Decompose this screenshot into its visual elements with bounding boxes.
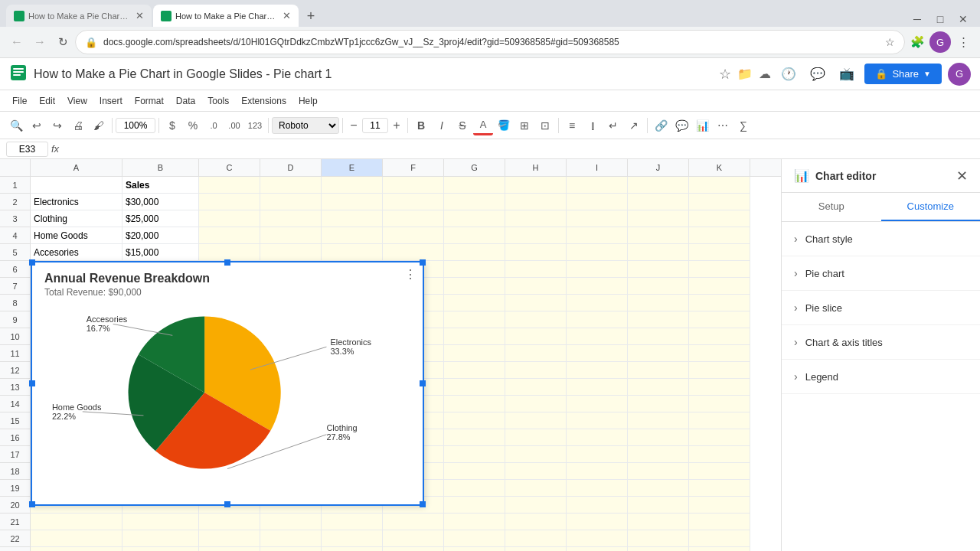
cell-J4[interactable]	[628, 227, 689, 244]
cell-C23[interactable]	[199, 547, 260, 551]
history-icon[interactable]: 🕐	[777, 63, 800, 86]
cell-J18[interactable]	[628, 463, 689, 480]
chrome-menu[interactable]: ⋮	[952, 31, 974, 53]
cell-J16[interactable]	[628, 429, 689, 446]
forward-button[interactable]: →	[29, 31, 51, 53]
menu-tools[interactable]: Tools	[201, 93, 235, 109]
cell-G17[interactable]	[444, 446, 505, 463]
cell-J21[interactable]	[628, 514, 689, 530]
halign-btn[interactable]: ≡	[562, 116, 582, 135]
cell-I23[interactable]	[567, 547, 628, 551]
cell-I9[interactable]	[567, 311, 628, 328]
new-tab-button[interactable]: +	[300, 5, 322, 27]
row-header-1[interactable]: 1	[0, 177, 31, 194]
cell-K20[interactable]	[689, 497, 750, 514]
tab-2[interactable]: How to Make a Pie Chart in Go... ✕	[153, 5, 299, 27]
wrap-btn[interactable]: ↵	[603, 116, 623, 135]
cell-G21[interactable]	[444, 514, 505, 530]
menu-edit[interactable]: Edit	[33, 93, 61, 109]
cell-H6[interactable]	[505, 261, 567, 278]
fill-color-btn[interactable]: 🪣	[494, 116, 514, 135]
tab-1-close[interactable]: ✕	[136, 10, 144, 21]
section-pie-slice[interactable]: › Pie slice	[782, 291, 980, 325]
bookmark-icon[interactable]: ☆	[885, 36, 895, 48]
row-header-4[interactable]: 4	[0, 227, 31, 244]
cell-K17[interactable]	[689, 446, 750, 463]
cell-F22[interactable]	[383, 530, 444, 547]
tab-2-close[interactable]: ✕	[283, 10, 291, 21]
cell-E4[interactable]	[322, 227, 383, 244]
cell-H21[interactable]	[505, 514, 567, 530]
present-icon[interactable]: 📺	[835, 63, 858, 86]
cell-H15[interactable]	[505, 412, 567, 429]
font-dec-btn[interactable]: −	[346, 116, 361, 135]
borders-btn[interactable]: ⊞	[514, 116, 534, 135]
cell-K3[interactable]	[689, 210, 750, 227]
bold-btn[interactable]: B	[411, 116, 431, 135]
chart-container[interactable]: ⋮ Annual Revenue Breakdown Total Revenue…	[31, 261, 424, 506]
cell-G20[interactable]	[444, 497, 505, 514]
cell-J12[interactable]	[628, 362, 689, 379]
chart-resize-tm[interactable]	[224, 259, 230, 266]
chart-resize-tl[interactable]	[29, 259, 35, 266]
search-tool[interactable]: 🔍	[6, 116, 26, 135]
cell-G22[interactable]	[444, 530, 505, 547]
valign-btn[interactable]: ⫿	[583, 116, 603, 135]
cell-J2[interactable]	[628, 194, 689, 210]
window-close[interactable]: ✕	[952, 11, 974, 27]
cell-I19[interactable]	[567, 480, 628, 497]
col-header-I[interactable]: I	[567, 159, 628, 176]
col-header-E[interactable]: E	[322, 159, 383, 176]
cell-G4[interactable]	[444, 227, 505, 244]
col-header-K[interactable]: K	[689, 159, 750, 176]
cell-I17[interactable]	[567, 446, 628, 463]
share-button[interactable]: 🔒 Share ▼	[864, 64, 942, 84]
reload-button[interactable]: ↻	[52, 31, 74, 53]
cell-H19[interactable]	[505, 480, 567, 497]
cell-K5[interactable]	[689, 244, 750, 261]
cell-D23[interactable]	[260, 547, 322, 551]
row-header-21[interactable]: 21	[0, 514, 31, 530]
cell-I22[interactable]	[567, 530, 628, 547]
cell-J8[interactable]	[628, 295, 689, 311]
rotate-btn[interactable]: ↗	[624, 116, 644, 135]
cell-F23[interactable]	[383, 547, 444, 551]
row-header-20[interactable]: 20	[0, 497, 31, 514]
cell-K18[interactable]	[689, 463, 750, 480]
col-header-G[interactable]: G	[444, 159, 505, 176]
cell-E22[interactable]	[322, 530, 383, 547]
cell-G10[interactable]	[444, 328, 505, 345]
cell-F1[interactable]	[383, 177, 444, 194]
cell-G23[interactable]	[444, 547, 505, 551]
cell-reference[interactable]	[6, 142, 48, 157]
cell-A22[interactable]	[31, 530, 122, 547]
cell-A2[interactable]: Electronics	[31, 194, 122, 210]
paint-format-btn[interactable]: 🖌	[89, 116, 109, 135]
insert-comment-btn[interactable]: 💬	[671, 116, 691, 135]
cell-F5[interactable]	[383, 244, 444, 261]
cloud-icon[interactable]: ☁	[759, 67, 771, 81]
row-header-18[interactable]: 18	[0, 463, 31, 480]
cell-G18[interactable]	[444, 463, 505, 480]
cell-H10[interactable]	[505, 328, 567, 345]
doc-title[interactable]: How to Make a Pie Chart in Google Slides…	[34, 67, 713, 81]
menu-insert[interactable]: Insert	[93, 93, 129, 109]
cell-I2[interactable]	[567, 194, 628, 210]
cell-I12[interactable]	[567, 362, 628, 379]
cell-A21[interactable]	[31, 514, 122, 530]
cell-K13[interactable]	[689, 379, 750, 396]
currency-btn[interactable]: $	[162, 116, 182, 135]
cell-J14[interactable]	[628, 396, 689, 412]
cell-A3[interactable]: Clothing	[31, 210, 122, 227]
cell-K9[interactable]	[689, 311, 750, 328]
tab-setup[interactable]: Setup	[782, 193, 881, 221]
cell-E2[interactable]	[322, 194, 383, 210]
row-header-6[interactable]: 6	[0, 261, 31, 278]
col-header-A[interactable]: A	[31, 159, 122, 176]
cell-C4[interactable]	[199, 227, 260, 244]
italic-btn[interactable]: I	[432, 116, 452, 135]
zoom-input[interactable]	[116, 118, 155, 133]
cell-K10[interactable]	[689, 328, 750, 345]
cell-G9[interactable]	[444, 311, 505, 328]
print-btn[interactable]: 🖨	[68, 116, 88, 135]
